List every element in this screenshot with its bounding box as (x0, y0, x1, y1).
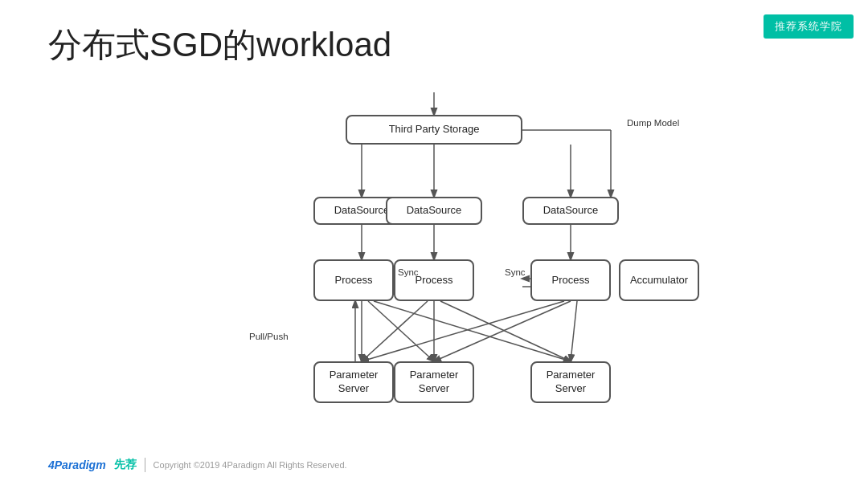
process1-box: Process (313, 259, 394, 301)
process2-box: Process (394, 259, 474, 301)
page-title: 分布式SGD的workload (48, 22, 391, 67)
dump-model-label: Dump Model (627, 116, 679, 129)
logo-4paradigm: 4Paradigm (48, 459, 106, 471)
datasource2-box: DataSource (386, 197, 482, 225)
svg-line-21 (571, 301, 577, 361)
logo-xian: 先荐 (114, 458, 137, 472)
svg-line-15 (374, 301, 571, 361)
footer: 4Paradigm 先荐 Copyright ©2019 4Paradigm A… (48, 458, 347, 472)
accumulator-box: Accumulator (619, 259, 699, 301)
footer-copyright: Copyright ©2019 4Paradigm All Rights Res… (154, 460, 347, 470)
param-server3-box: Parameter Server (530, 361, 611, 403)
datasource3-box: DataSource (522, 197, 619, 225)
pull-push-label: Pull/Push (249, 332, 289, 341)
third-party-storage-box: Third Party Storage (346, 115, 522, 145)
param-server1-box: Parameter Server (313, 361, 394, 403)
sync1-label: Sync (398, 267, 419, 277)
svg-line-14 (368, 301, 434, 361)
param-server2-box: Parameter Server (394, 361, 474, 403)
badge: 推荐系统学院 (764, 14, 854, 39)
sync2-label: Sync (505, 267, 526, 277)
svg-line-16 (362, 301, 428, 361)
footer-divider (145, 458, 145, 472)
svg-line-19 (362, 301, 564, 361)
diagram: Third Party Storage DataSource DataSourc… (177, 92, 691, 438)
process3-box: Process (530, 259, 611, 301)
